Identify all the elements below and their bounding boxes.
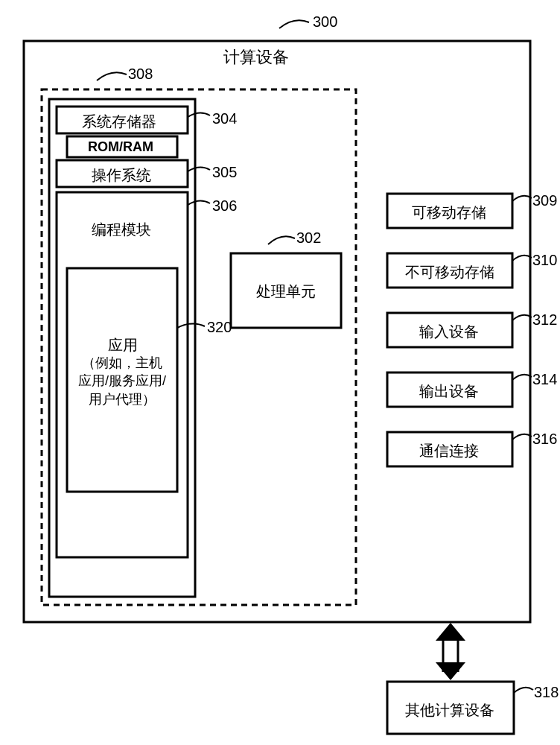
application-label: 应用 (108, 335, 138, 355)
ref-316: 316 (532, 431, 557, 448)
title-label: 计算设备 (223, 46, 289, 69)
leader-312 (512, 315, 532, 320)
double-arrow-icon (436, 623, 465, 680)
prog-module-label: 编程模块 (92, 220, 151, 240)
ref-300: 300 (313, 13, 337, 31)
leader-309 (512, 196, 532, 201)
removable-storage-label: 可移动存储 (412, 203, 486, 223)
leader-310 (512, 256, 532, 261)
nonremovable-storage-label: 不可移动存储 (405, 262, 494, 282)
ref-314: 314 (532, 371, 557, 388)
rom-ram-label: ROM/RAM (88, 139, 153, 155)
system-memory-label: 系统存储器 (82, 112, 156, 132)
leader-302 (268, 236, 295, 244)
ref-312: 312 (532, 311, 557, 329)
svg-marker-2 (436, 623, 465, 641)
ref-309: 309 (532, 192, 557, 209)
leader-316 (512, 434, 532, 440)
os-label: 操作系统 (92, 165, 151, 186)
leader-306 (188, 200, 210, 205)
leader-300 (279, 20, 309, 28)
input-device-label: 输入设备 (419, 322, 479, 342)
ref-304: 304 (212, 110, 237, 127)
ref-310: 310 (532, 252, 557, 269)
ref-318: 318 (534, 684, 559, 701)
leader-314 (512, 375, 532, 380)
leader-305 (188, 167, 210, 171)
ref-320: 320 (207, 319, 232, 336)
output-device-label: 输出设备 (419, 381, 479, 402)
ref-305: 305 (212, 164, 237, 181)
ref-302: 302 (296, 229, 321, 247)
comm-conn-label: 通信连接 (419, 441, 479, 461)
ref-306: 306 (212, 197, 237, 215)
leader-308 (97, 72, 127, 80)
leader-304 (188, 112, 210, 117)
processing-unit-label: 处理单元 (256, 282, 316, 302)
application-sub-label: （例如，主机 应用/服务应用/ 用户代理） (71, 354, 173, 408)
leader-320 (177, 323, 205, 328)
leader-318 (514, 688, 533, 693)
other-devices-label: 其他计算设备 (405, 700, 494, 720)
svg-marker-3 (436, 662, 465, 680)
ref-308: 308 (128, 66, 153, 83)
